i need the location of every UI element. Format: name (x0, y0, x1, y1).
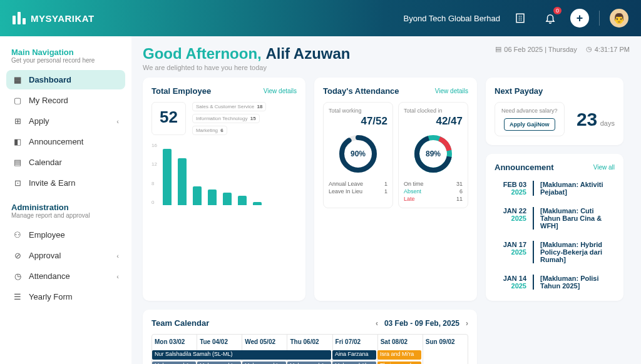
sidebar-item-attendance[interactable]: ◷Attendance‹ (6, 266, 125, 286)
notification-badge: 0 (553, 7, 562, 14)
sidebar-item-employee[interactable]: ⚇Employee (6, 225, 125, 245)
next-week-button[interactable]: › (466, 319, 468, 328)
apply-gajinow-button[interactable]: Apply GajiNow (504, 118, 555, 131)
company-name[interactable]: Byond Tech Global Berhad (404, 14, 500, 23)
add-button[interactable]: + (570, 9, 589, 28)
sidebar-item-apply[interactable]: ⊞Apply‹ (6, 111, 125, 131)
legend-row: On time31 (404, 180, 463, 188)
sidebar: Main Navigation Get your personal record… (0, 36, 131, 364)
view-details-link[interactable]: View details (435, 88, 468, 94)
chart-bar (178, 158, 187, 205)
avatar[interactable]: 👨 (610, 9, 628, 28)
calendar-range: 03 Feb - 09 Feb, 2025 (384, 319, 459, 328)
team-calendar-card: Team Calendar ‹ 03 Feb - 09 Feb, 2025 › … (143, 310, 477, 364)
sidebar-item-announcement[interactable]: ◧Announcement (6, 132, 125, 151)
sidebar-item-my-record[interactable]: ▢My Record (6, 91, 125, 110)
chart-bar (163, 149, 172, 205)
main-content: Good Afternoon, Alif Azuwan We are delig… (131, 36, 641, 364)
calendar-day-header: Fri 07/02 (333, 335, 378, 349)
nav-main-title: Main Navigation (6, 48, 125, 57)
calendar-event[interactable]: Mohammad A (287, 361, 331, 364)
total-employee-card: Total Employee View details 52 Sales & C… (143, 78, 305, 301)
working-donut: 90% (338, 134, 378, 174)
bell-icon[interactable]: 0 (540, 8, 560, 28)
svg-rect-0 (516, 14, 524, 23)
dept-tag: Information Technology 15 (192, 114, 260, 123)
calendar-event[interactable]: Thaipusam (r (377, 361, 421, 364)
clock-small-icon: ◷ (586, 45, 592, 53)
sidebar-item-approval[interactable]: ⊘Approval‹ (6, 246, 125, 265)
check-badge-icon: ⊘ (13, 251, 23, 260)
calendar-day-header: Mon 03/02 (152, 335, 197, 349)
total-working-box: Total working 47/52 90% Annual Leave1Lea… (323, 102, 393, 208)
greeting: Good Afternoon, Alif Azuwan (143, 45, 351, 63)
employee-count: 52 (151, 102, 186, 135)
calendar-event[interactable]: Nur Salshadila Samah (SL-ML) (152, 350, 331, 360)
building-icon[interactable] (510, 8, 530, 28)
brand-text: MYSYARIKAT (31, 13, 95, 24)
employee-barchart: 161280 (151, 143, 297, 205)
sidebar-item-dashboard[interactable]: ▦Dashboard (6, 70, 125, 89)
calendar-event[interactable]: Isra and Mi'ra (377, 350, 421, 360)
grid-icon: ▦ (13, 75, 23, 84)
prev-week-button[interactable]: ‹ (376, 319, 378, 328)
chart-bar (253, 202, 262, 205)
advance-text: Need advance salary? (501, 108, 558, 114)
calendar-day-header: Tue 04/02 (197, 335, 242, 349)
clocked-donut: 89% (413, 134, 453, 174)
calendar-day-header: Wed 05/02 (242, 335, 287, 349)
chart-bar (193, 186, 202, 205)
announcement-item[interactable]: FEB 032025[Makluman: Aktiviti Pejabat] (495, 178, 615, 198)
users-icon: ⚇ (13, 230, 23, 240)
logo-bars-icon (13, 12, 26, 24)
calendar-event[interactable]: Aina Farzana (332, 350, 376, 360)
announcement-item[interactable]: JAN 222025[Makluman: Cuti Tahun Baru Cin… (495, 205, 615, 232)
legend-row: Leave In Lieu1 (329, 188, 387, 195)
attendance-card: Today's Attendance View details Total wo… (314, 78, 477, 301)
brand-logo[interactable]: MYSYARIKAT (13, 12, 95, 24)
calendar-day-header: Sat 08/02 (378, 335, 423, 349)
subtitle: We are delighted to have you here today (143, 64, 351, 71)
dept-tag: Sales & Customer Service 18 (192, 102, 267, 111)
datetime: ▤06 Feb 2025 | Thursday ◷4:31:17 PM (495, 45, 630, 53)
nav-admin-sub: Manage report and approval (6, 212, 125, 225)
clock-icon: ◷ (13, 271, 23, 281)
card-title: Total Employee (151, 86, 211, 96)
chevron-left-icon: ‹ (116, 273, 119, 280)
chart-bar (238, 196, 247, 205)
payday-card: Next Payday Need advance salary? Apply G… (486, 78, 623, 145)
card-title: Today's Attendance (323, 86, 399, 96)
calendar-day-cell[interactable] (423, 349, 468, 364)
dept-tag: Marketing 6 (192, 126, 227, 135)
chart-bar (208, 190, 217, 205)
announcement-item[interactable]: JAN 142025[Makluman: Polisi Tahun 2025] (495, 272, 615, 292)
folder-icon: ▢ (13, 96, 23, 105)
calendar-event[interactable]: Muhammad I (242, 361, 286, 364)
calendar-small-icon: ▤ (495, 45, 501, 53)
calendar-event[interactable]: Mohamad Ab (332, 361, 376, 364)
legend-row: Late11 (404, 195, 463, 203)
calendar-event[interactable]: Muhammad A (152, 361, 196, 364)
nav-main-sub: Get your personal record here (6, 57, 125, 70)
app-header: MYSYARIKAT Byond Tech Global Berhad 0 + … (0, 0, 641, 36)
calendar-icon: ▤ (13, 158, 23, 167)
chevron-left-icon: ‹ (116, 118, 119, 125)
chart-bar (223, 193, 232, 205)
sidebar-item-yearly-form[interactable]: ☰Yearly Form (6, 287, 125, 306)
sidebar-item-invite[interactable]: ⊡Invite & Earn (6, 173, 125, 193)
announcement-card: Announcement View all FEB 032025[Makluma… (486, 154, 623, 301)
sidebar-item-calendar[interactable]: ▤Calendar (6, 153, 125, 172)
calendar-event[interactable]: Muhammad I (197, 361, 241, 364)
divider (599, 11, 600, 26)
total-clocked-box: Total clocked in 42/47 89% On time31Abse… (398, 102, 468, 208)
gift-icon: ⊡ (13, 178, 23, 188)
announcement-item[interactable]: JAN 172025[Makluman: Hybrid Policy-Beker… (495, 238, 615, 266)
calendar-day-header: Sun 09/02 (423, 335, 468, 349)
calendar-day-header: Thu 06/02 (287, 335, 332, 349)
legend-row: Absent6 (404, 188, 463, 195)
list-icon: ☰ (13, 292, 23, 301)
view-details-link[interactable]: View details (264, 88, 297, 94)
plus-square-icon: ⊞ (13, 116, 23, 126)
view-all-link[interactable]: View all (593, 164, 615, 171)
payday-days: 23 (577, 109, 597, 129)
